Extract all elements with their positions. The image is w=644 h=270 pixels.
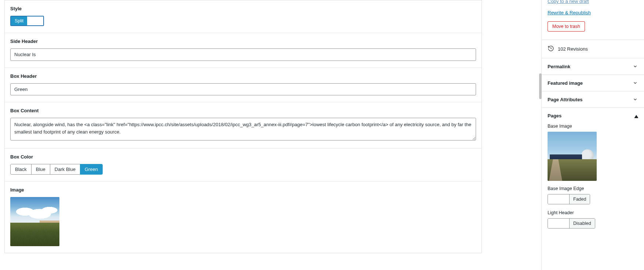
light-header-label: Light Header (548, 210, 638, 215)
history-icon (548, 45, 554, 53)
box-color-blue[interactable]: Blue (31, 164, 50, 175)
box-color-darkblue[interactable]: Dark Blue (50, 164, 80, 175)
side-header-field: Side Header (5, 33, 482, 68)
light-header-toggle[interactable]: Disabled (548, 218, 595, 229)
side-header-label: Side Header (10, 39, 476, 44)
base-image-edge-toggle[interactable]: Faded (548, 194, 590, 204)
rewrite-republish-link[interactable]: Rewrite & Republish (548, 8, 638, 20)
image-thumbnail[interactable] (10, 197, 59, 246)
base-image-edge-value: Faded (569, 194, 590, 204)
box-color-group: Black Blue Dark Blue Green (10, 164, 103, 175)
featured-image-label: Featured image (548, 80, 583, 86)
box-color-green[interactable]: Green (80, 164, 103, 175)
box-header-input[interactable] (10, 83, 476, 96)
style-field: Style Split (5, 0, 482, 33)
style-toggle-value: Split (11, 17, 27, 25)
gap-area (486, 0, 541, 270)
page-attributes-panel[interactable]: Page Attributes (542, 91, 644, 107)
image-field: Image (5, 182, 482, 253)
svg-marker-0 (635, 116, 638, 118)
image-label: Image (10, 187, 476, 193)
move-to-trash-button[interactable]: Move to trash (548, 21, 585, 32)
pages-panel-header[interactable]: Pages (542, 107, 644, 118)
base-image-thumbnail[interactable] (548, 132, 597, 181)
revisions-row[interactable]: 102 Revisions (542, 40, 644, 58)
permalink-label: Permalink (548, 64, 570, 69)
permalink-panel[interactable]: Permalink (542, 58, 644, 74)
box-color-label: Box Color (10, 154, 476, 160)
style-toggle-blank (27, 17, 43, 25)
box-content-field: Box Content (5, 102, 482, 149)
caret-up-icon (634, 114, 638, 118)
box-header-label: Box Header (10, 73, 476, 79)
box-color-black[interactable]: Black (10, 164, 32, 175)
box-content-label: Box Content (10, 108, 476, 113)
revisions-text: 102 Revisions (558, 46, 588, 52)
sidebar: Copy to a new draft Rewrite & Republish … (541, 0, 644, 270)
style-toggle[interactable]: Split (10, 16, 44, 26)
side-header-input[interactable] (10, 48, 476, 61)
page-attributes-label: Page Attributes (548, 97, 583, 102)
style-label: Style (10, 6, 476, 11)
chevron-down-icon (632, 63, 638, 69)
featured-image-panel[interactable]: Featured image (542, 74, 644, 91)
base-image-edge-label: Base Image Edge (548, 186, 638, 191)
chevron-down-icon (632, 96, 638, 102)
sidebar-scrollbar[interactable] (539, 73, 542, 99)
light-header-value: Disabled (569, 219, 595, 228)
box-content-textarea[interactable] (10, 118, 476, 141)
box-header-field: Box Header (5, 68, 482, 103)
chevron-down-icon (632, 80, 638, 86)
pages-label: Pages (548, 113, 561, 118)
base-image-label: Base Image (548, 124, 638, 129)
box-color-field: Box Color Black Blue Dark Blue Green (5, 149, 482, 182)
copy-to-draft-link[interactable]: Copy to a new draft (548, 0, 638, 8)
